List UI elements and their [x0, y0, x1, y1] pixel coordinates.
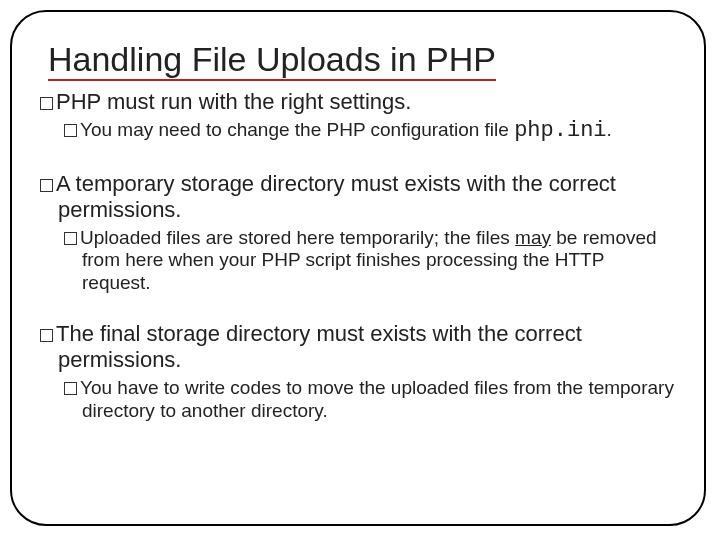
slide-content: Handling File Uploads in PHP PHP must ru…: [12, 12, 704, 422]
bullet-2a-underline: may: [515, 227, 551, 248]
bullet-3: The final storage directory must exists …: [40, 321, 676, 374]
bullet-3a: You have to write codes to move the uplo…: [64, 377, 676, 423]
bullet-1a-pre: You may need to change the PHP configura…: [80, 119, 514, 140]
bullet-2: A temporary storage directory must exist…: [40, 171, 676, 224]
bullet-box-icon: [40, 179, 53, 192]
bullet-box-icon: [40, 97, 53, 110]
bullet-box-icon: [64, 124, 77, 137]
bullet-1a: You may need to change the PHP configura…: [64, 118, 676, 144]
slide-title: Handling File Uploads in PHP: [48, 40, 496, 81]
bullet-1-text: PHP must run with the right settings.: [56, 89, 411, 114]
slide-frame: Handling File Uploads in PHP PHP must ru…: [10, 10, 706, 526]
bullet-2-text: A temporary storage directory must exist…: [56, 171, 616, 222]
code-phpini: php.ini: [514, 118, 606, 143]
bullet-1: PHP must run with the right settings.: [40, 89, 676, 115]
bullet-3a-text: You have to write codes to move the uplo…: [80, 377, 674, 421]
bullet-2a: Uploaded files are stored here temporari…: [64, 227, 676, 295]
bullet-2a-pre: Uploaded files are stored here temporari…: [80, 227, 515, 248]
bullet-3-text: The final storage directory must exists …: [56, 321, 582, 372]
bullet-box-icon: [64, 232, 77, 245]
bullet-box-icon: [64, 382, 77, 395]
bullet-box-icon: [40, 329, 53, 342]
bullet-1a-post: .: [607, 119, 612, 140]
